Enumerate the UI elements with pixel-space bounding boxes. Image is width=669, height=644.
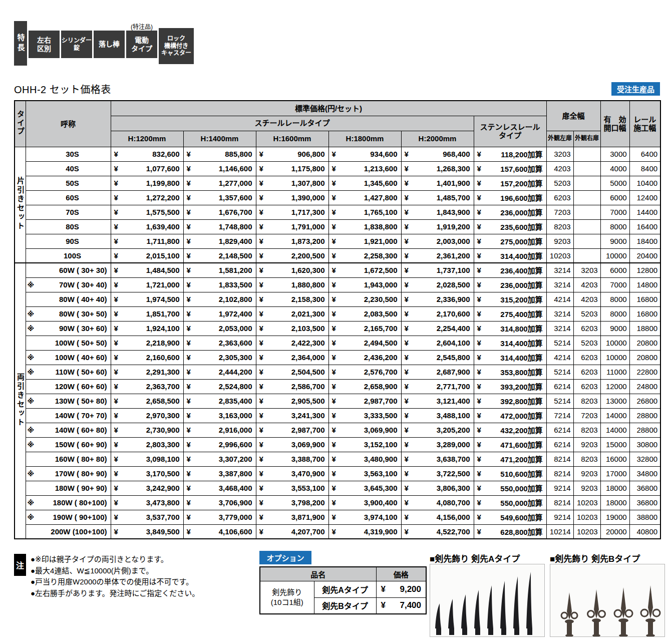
price-cell: ¥3,470,900: [256, 466, 328, 481]
opening-width-cell: 3000: [600, 147, 629, 161]
model-name: 30S: [26, 147, 111, 161]
section-label: 片引きセット: [15, 147, 26, 263]
price-cell: ¥2,254,400: [401, 321, 474, 336]
rail-width-cell: 26800: [629, 394, 660, 408]
model-name: 60W ( 30+ 30): [26, 263, 111, 277]
col-header-stainless-rail: ステンレスレール タイプ: [474, 116, 546, 147]
rail-width-cell: 38800: [629, 510, 660, 524]
option-table: 品名 価格 剣先飾り (10コ1組) 剣先Aタイプ ¥ 9,200 剣先Bタイプ…: [259, 566, 427, 614]
notes-block: 注 ●※印は親子タイプの両引きとなります。 ●最大4連結、W≦10000(片側)…: [14, 554, 199, 599]
door-right-cell: [573, 176, 600, 190]
price-cell: ¥2,524,800: [183, 379, 256, 394]
opening-width-cell: 14000: [600, 408, 629, 423]
price-cell: ¥2,363,600: [183, 336, 256, 350]
col-header-door-width: 扉全幅: [546, 101, 600, 131]
stainless-price-cell: ¥118,200加算: [474, 147, 546, 161]
price-cell: ¥2,103,500: [256, 321, 328, 336]
price-cell: ¥1,880,800: [256, 277, 328, 292]
stainless-price-cell: ¥236,000加算: [474, 277, 546, 292]
model-name: 140W ( 70+ 70): [26, 408, 111, 423]
table-row: 120W ( 60+ 60)¥2,363,700¥2,524,800¥2,586…: [15, 379, 660, 394]
price-cell: ¥1,268,300: [401, 161, 474, 176]
price-cell: ¥1,620,300: [256, 263, 328, 277]
opening-width-cell: 6000: [600, 263, 629, 277]
stainless-price-cell: ¥314,400加算: [474, 336, 546, 350]
price-cell: ¥3,798,200: [256, 495, 328, 510]
opening-width-cell: 18000: [600, 495, 629, 510]
opening-width-cell: 19000: [600, 510, 629, 524]
price-cell: ¥1,485,700: [401, 190, 474, 205]
stainless-price-cell: ¥157,200加算: [474, 176, 546, 190]
opening-width-cell: 10000: [600, 248, 629, 263]
price-cell: ¥3,779,000: [183, 510, 256, 524]
model-name: 180W ( 90+ 90): [26, 481, 111, 495]
price-cell: ¥2,658,500: [111, 394, 183, 408]
feature-badge-row: 特長 左右 区別 シリンダー 錠 落し棒 (特注品) 電動 タイプ ロック 機構…: [14, 21, 194, 66]
price-cell: ¥2,305,300: [183, 350, 256, 365]
price-cell: ¥3,638,700: [401, 452, 474, 466]
col-header-type-text: タイプ: [16, 110, 25, 136]
price-cell: ¥1,829,400: [183, 234, 256, 248]
table-row: ※140W ( 60+ 80)¥2,730,900¥2,916,000¥2,98…: [15, 423, 660, 437]
price-cell: ¥2,083,500: [328, 306, 401, 321]
door-right-cell: [573, 190, 600, 205]
option-item-name: 剣先Bタイプ: [314, 597, 376, 614]
rail-width-cell: 22800: [629, 365, 660, 379]
price-cell: ¥4,080,700: [401, 495, 474, 510]
feature-badge-left-right: 左右 区別: [29, 31, 60, 58]
door-right-cell: 6203: [573, 350, 600, 365]
col-header-door-left: 外観左扉: [546, 131, 573, 147]
opening-width-cell: 20000: [600, 524, 629, 539]
price-cell: ¥3,170,500: [111, 466, 183, 481]
note-item: ●※印は親子タイプの両引きとなります。: [31, 554, 199, 565]
price-cell: ¥3,722,500: [401, 466, 474, 481]
price-cell: ¥4,156,000: [401, 510, 474, 524]
note-item: ●最大4連結、W≦10000(片側)まで。: [31, 565, 199, 577]
col-header-h2000: H:2000mm: [401, 131, 474, 147]
table-row: 180W ( 90+ 90)¥3,242,900¥3,468,400¥3,553…: [15, 481, 660, 495]
opening-width-cell: 16000: [600, 452, 629, 466]
col-header-h1800: H:1800mm: [328, 131, 401, 147]
door-left-cell: 6214: [546, 379, 573, 394]
price-cell: ¥1,175,800: [256, 161, 328, 176]
col-header-h1400: H:1400mm: [183, 131, 256, 147]
price-cell: ¥3,121,400: [401, 394, 474, 408]
door-left-cell: 8214: [546, 495, 573, 510]
rail-width-cell: 32800: [629, 452, 660, 466]
door-right-cell: 7203: [573, 408, 600, 423]
table-row: 100S¥2,015,100¥2,148,500¥2,200,500¥2,258…: [15, 248, 660, 263]
price-cell: ¥3,974,100: [328, 510, 401, 524]
door-right-cell: 9203: [573, 481, 600, 495]
price-cell: ¥3,468,400: [183, 481, 256, 495]
price-cell: ¥2,987,700: [328, 394, 401, 408]
finial-a-image: [430, 564, 544, 636]
table-row: ※180W ( 80+100)¥3,473,800¥3,706,900¥3,79…: [15, 495, 660, 510]
opening-width-cell: 9000: [600, 234, 629, 248]
door-left-cell: 5203: [546, 176, 573, 190]
door-left-cell: 9214: [546, 510, 573, 524]
model-name: 40S: [26, 161, 111, 176]
feature-badge-lock-caster: ロック 機構付き キャスター: [159, 28, 194, 64]
price-cell: ¥3,706,900: [183, 495, 256, 510]
price-cell: ¥1,943,000: [328, 277, 401, 292]
price-cell: ¥1,748,800: [183, 219, 256, 234]
table-row: 両引きセット60W ( 30+ 30)¥1,484,500¥1,581,200¥…: [15, 263, 660, 277]
feature-badge-drop-rod: 落し棒: [94, 31, 125, 58]
price-cell: ¥2,148,500: [183, 248, 256, 263]
price-cell: ¥1,345,600: [328, 176, 401, 190]
rail-width-cell: 24800: [629, 379, 660, 394]
price-cell: ¥3,242,900: [111, 481, 183, 495]
door-left-cell: 7203: [546, 205, 573, 219]
opening-width-cell: 4000: [600, 161, 629, 176]
title-bar: OHH-2 セット価格表 受注生産品: [14, 82, 660, 96]
stainless-price-cell: ¥550,000加算: [474, 495, 546, 510]
rail-width-cell: 20800: [629, 350, 660, 365]
price-cell: ¥2,970,300: [111, 408, 183, 423]
price-cell: ¥2,015,100: [111, 248, 183, 263]
price-cell: ¥2,336,900: [401, 292, 474, 306]
table-row: 140W ( 70+ 70)¥2,970,300¥3,163,000¥3,241…: [15, 408, 660, 423]
door-right-cell: 5203: [573, 306, 600, 321]
rail-width-cell: 12800: [629, 263, 660, 277]
stainless-price-cell: ¥314,400加算: [474, 350, 546, 365]
door-right-cell: 5203: [573, 336, 600, 350]
